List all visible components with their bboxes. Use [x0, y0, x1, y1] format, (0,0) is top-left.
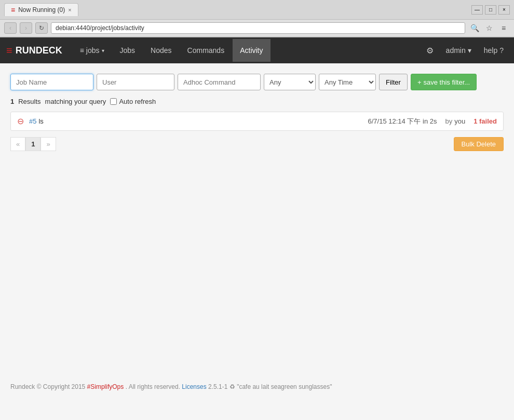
pagination-bar: « 1 » Bulk Delete: [10, 137, 504, 151]
app-navbar: ≡ RUNDECK ≡ jobs ▾ Jobs Nodes Commands A…: [0, 37, 514, 63]
footer-copyright: Rundeck © Copyright 2015: [10, 383, 85, 390]
maximize-button[interactable]: □: [485, 5, 496, 15]
jobs-dropdown-icon: ≡: [80, 46, 84, 55]
status-failed-icon: ⊖: [17, 116, 24, 126]
admin-dropdown-arrow: ▾: [468, 46, 471, 55]
search-icon[interactable]: 🔍: [468, 22, 481, 34]
browser-titlebar: ≡ Now Running (0) × — □ ×: [0, 0, 514, 20]
activity-by-label: by: [445, 117, 453, 125]
tab-favicon: ≡: [11, 6, 15, 14]
footer-version: 2.5.1-1: [208, 383, 227, 390]
page-1-button[interactable]: 1: [25, 137, 40, 151]
activity-result: 1 failed: [474, 117, 497, 125]
menu-icon[interactable]: ≡: [497, 22, 510, 34]
filter-button[interactable]: Filter: [379, 74, 408, 90]
browser-tab: ≡ Now Running (0) ×: [4, 3, 78, 16]
page-prev-button[interactable]: «: [10, 137, 25, 151]
any-select[interactable]: Any: [264, 74, 316, 90]
job-name-input[interactable]: [10, 74, 93, 90]
nav-nodes-label: Nodes: [151, 46, 171, 55]
save-filter-icon: +: [417, 78, 422, 86]
brand[interactable]: ≡ RUNDECK: [6, 45, 62, 57]
footer: Rundeck © Copyright 2015 #SimplifyOps . …: [0, 375, 514, 399]
nav-item-activity[interactable]: Activity: [233, 39, 270, 62]
auto-refresh-label[interactable]: Auto refresh: [110, 98, 156, 105]
footer-rights: . All rights reserved.: [126, 383, 180, 390]
nav-item-nodes[interactable]: Nodes: [143, 39, 179, 62]
adhoc-command-input[interactable]: [178, 74, 261, 90]
footer-tagline: "cafe au lait seagreen sunglasses": [237, 383, 332, 390]
help-label: help: [484, 46, 497, 55]
nav-item-commands[interactable]: Commands: [180, 39, 232, 62]
brand-name: RUNDECK: [16, 45, 62, 56]
jobs-dropdown-label: jobs: [86, 46, 100, 55]
admin-label: admin: [446, 46, 466, 55]
window-controls: — □ ×: [471, 5, 510, 15]
browser-chrome: ≡ Now Running (0) × — □ × ‹ › ↻ 🔍 ☆ ≡: [0, 0, 514, 37]
save-filter-label: save this filter...: [423, 78, 470, 86]
page-next-button[interactable]: »: [40, 137, 56, 151]
address-bar[interactable]: [51, 22, 465, 34]
help-menu[interactable]: help ?: [480, 43, 508, 58]
jobs-dropdown-arrow: ▾: [102, 48, 104, 53]
toolbar-icons: 🔍 ☆ ≡: [468, 22, 510, 34]
license-link[interactable]: Licenses: [182, 383, 206, 390]
footer-icon: ♻: [229, 383, 235, 390]
simplify-ops-link[interactable]: #SimplifyOps: [87, 383, 124, 390]
activity-user: you: [454, 117, 465, 125]
nav-jobs-label: Jobs: [120, 46, 136, 55]
close-button[interactable]: ×: [498, 5, 510, 15]
nav-right: ⚙ admin ▾ help ?: [422, 43, 508, 59]
results-info: 1 Results matching your query Auto refre…: [10, 98, 504, 105]
nav-items: ≡ jobs ▾ Jobs Nodes Commands Activity: [73, 39, 422, 62]
nav-activity-label: Activity: [240, 46, 263, 55]
tab-close-button[interactable]: ×: [68, 7, 71, 13]
forward-button[interactable]: ›: [20, 22, 32, 34]
filter-bar: Any Any Time Filter + save this filter..…: [10, 74, 504, 90]
activity-command: ls: [38, 117, 43, 125]
brand-icon: ≡: [6, 45, 12, 57]
minimize-button[interactable]: —: [471, 5, 483, 15]
bulk-delete-button[interactable]: Bulk Delete: [454, 137, 504, 151]
back-button[interactable]: ‹: [4, 22, 17, 34]
bookmark-icon[interactable]: ☆: [483, 22, 495, 34]
time-select[interactable]: Any Time: [319, 74, 376, 90]
auto-refresh-checkbox[interactable]: [110, 98, 117, 105]
tab-title: Now Running (0): [18, 6, 65, 13]
main-content: Any Any Time Filter + save this filter..…: [0, 63, 514, 375]
user-input[interactable]: [97, 74, 174, 90]
save-filter-button[interactable]: + save this filter...: [411, 74, 477, 90]
admin-menu[interactable]: admin ▾: [442, 43, 476, 58]
activity-timestamp: 6/7/15 12:14 下午 in 2s: [368, 117, 437, 126]
auto-refresh-text: Auto refresh: [119, 98, 156, 105]
results-count: 1: [10, 98, 14, 105]
pagination: « 1 »: [10, 137, 56, 151]
browser-toolbar: ‹ › ↻ 🔍 ☆ ≡: [0, 20, 514, 37]
help-icon: ?: [499, 46, 504, 55]
settings-icon[interactable]: ⚙: [422, 43, 438, 59]
nav-commands-label: Commands: [187, 46, 225, 55]
nav-item-jobs-dropdown[interactable]: ≡ jobs ▾: [73, 39, 112, 62]
results-label: Results: [18, 98, 40, 105]
results-matching-text: matching your query: [45, 98, 106, 105]
table-row: ⊖ #5 ls 6/7/15 12:14 下午 in 2s by you 1 f…: [10, 112, 504, 131]
reload-button[interactable]: ↻: [35, 22, 48, 34]
job-id-link[interactable]: #5: [29, 117, 36, 125]
nav-item-jobs[interactable]: Jobs: [113, 39, 143, 62]
